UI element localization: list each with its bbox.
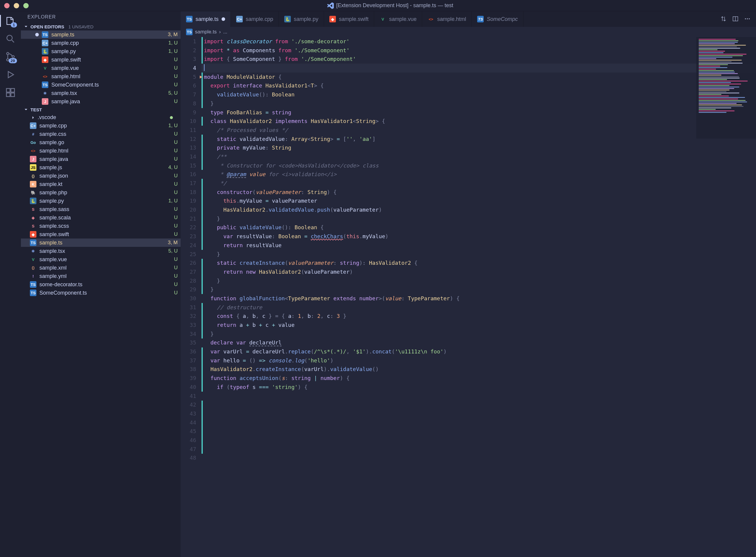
file-item[interactable]: C+sample.cpp1, U [21, 121, 181, 130]
activity-run-debug[interactable] [5, 69, 16, 80]
activity-source-control[interactable]: 29 [5, 51, 16, 62]
breadcrumb[interactable]: TS sample.ts › ... [181, 27, 756, 37]
line-numbers: 1234567891011121314151617181920212223242… [181, 37, 202, 557]
ts-icon: TS [42, 82, 48, 88]
file-name: sample.cpp [51, 40, 166, 46]
file-item[interactable]: JSsample.js4, U [21, 163, 181, 172]
java-icon: J [30, 156, 36, 163]
window-close-button[interactable] [4, 3, 9, 8]
activity-explorer[interactable]: 1 [5, 16, 16, 26]
file-item[interactable]: ⟨⟩sample.xmlU [21, 264, 181, 272]
file-item[interactable]: {}sample.jsonU [21, 172, 181, 180]
open-editor-item[interactable]: ◆sample.swiftU [21, 56, 181, 64]
git-status: 1, U [168, 40, 178, 46]
py-icon: 🐍 [284, 16, 291, 22]
tab-label: sample.swift [339, 16, 369, 22]
tab[interactable]: 🐍sample.py [279, 11, 324, 27]
file-item[interactable]: <>sample.htmlU [21, 147, 181, 155]
file-name: sample.vue [51, 65, 171, 71]
file-item[interactable]: #sample.cssU [21, 130, 181, 138]
file-item[interactable]: 🐍sample.py1, U [21, 197, 181, 205]
file-item[interactable]: Jsample.javaU [21, 155, 181, 163]
open-editor-item[interactable]: Vsample.vueU [21, 64, 181, 72]
py-icon: 🐍 [42, 48, 48, 55]
file-item[interactable]: TSsome-decorator.tsU [21, 280, 181, 289]
git-status: U [174, 206, 178, 212]
open-editor-item[interactable]: Jsample.javaU [21, 97, 181, 106]
git-status: U [174, 181, 178, 187]
window-minimize-button[interactable] [14, 3, 19, 8]
more-actions-icon[interactable] [744, 16, 751, 23]
file-name: sample.kt [39, 181, 171, 187]
chevron-right-icon [30, 115, 36, 120]
svg-rect-7 [11, 89, 14, 92]
tab-label: sample.ts [196, 16, 219, 22]
file-item[interactable]: Ksample.ktU [21, 180, 181, 188]
open-editor-item[interactable]: C+sample.cpp1, U [21, 39, 181, 47]
git-status: U [174, 231, 178, 237]
activity-search[interactable] [5, 33, 16, 44]
split-editor-icon[interactable] [732, 16, 739, 23]
tab-label: sample.cpp [246, 16, 273, 22]
file-item[interactable]: TSSomeComponent.tsU [21, 289, 181, 297]
chevron-right-icon: › [219, 29, 221, 35]
cpp-icon: C+ [30, 122, 36, 129]
file-item[interactable]: Gosample.goU [21, 138, 181, 147]
open-editor-item[interactable]: 🐍sample.py1, U [21, 47, 181, 56]
editor-body[interactable]: 1234567891011121314151617181920212223242… [181, 37, 756, 557]
file-name: SomeComponent.ts [51, 82, 171, 88]
git-status: 4, U [168, 165, 178, 171]
tab[interactable]: ◆sample.swift [324, 11, 374, 27]
tab[interactable]: <>sample.html [422, 11, 472, 27]
tab[interactable]: C+sample.cpp [231, 11, 279, 27]
file-item[interactable]: Vsample.vueU [21, 255, 181, 264]
window-maximize-button[interactable] [23, 3, 29, 8]
compare-changes-icon[interactable] [720, 16, 727, 23]
minimap[interactable] [696, 37, 756, 139]
svg-point-0 [7, 35, 12, 40]
file-name: sample.css [39, 131, 171, 137]
vscode-logo-icon [327, 2, 334, 9]
tab[interactable]: Vsample.vue [374, 11, 422, 27]
file-item[interactable]: ◈sample.scalaU [21, 213, 181, 222]
file-name: sample.py [39, 198, 166, 204]
file-item[interactable]: ⚛sample.tsx5, U [21, 247, 181, 255]
git-status: U [174, 273, 178, 279]
file-name: SomeComponent.ts [39, 290, 171, 296]
java-icon: J [42, 98, 48, 105]
git-status: U [174, 82, 178, 88]
git-status: 1, U [168, 123, 178, 129]
activity-extensions[interactable] [5, 87, 16, 98]
file-name: sample.html [39, 148, 171, 154]
code-content[interactable]: import classDecorator from './some-decor… [202, 37, 756, 557]
svg-point-9 [745, 18, 746, 20]
file-name: sample.swift [39, 231, 171, 238]
project-section[interactable]: TEST [21, 106, 181, 113]
git-status: U [174, 256, 178, 262]
file-item[interactable]: ◆sample.swiftU [21, 230, 181, 238]
file-item[interactable]: Ssample.sassU [21, 205, 181, 213]
sidebar-title: EXPLORER [21, 11, 181, 23]
open-editors-section[interactable]: OPEN EDITORS 1 UNSAVED [21, 23, 181, 30]
sass-icon: S [30, 206, 36, 212]
file-item[interactable]: TSsample.ts3, M [21, 238, 181, 247]
open-editor-item[interactable]: TSSomeComponent.tsU [21, 81, 181, 89]
open-editor-item[interactable]: TSsample.ts3, M [21, 30, 181, 39]
file-item[interactable]: 🐘sample.phpU [21, 188, 181, 197]
git-status: 1, U [168, 48, 178, 54]
file-item[interactable]: !sample.ymlU [21, 272, 181, 280]
sidebar: EXPLORER OPEN EDITORS 1 UNSAVED TSsample… [21, 11, 181, 557]
xml-icon: ⟨⟩ [30, 264, 36, 271]
ts-icon: TS [186, 29, 193, 35]
git-status: U [174, 74, 178, 79]
tab-label: sample.py [294, 16, 318, 22]
tab[interactable]: TSsample.ts [181, 11, 231, 27]
file-item[interactable]: Ssample.scssU [21, 222, 181, 230]
file-name: sample.java [51, 98, 171, 105]
folder-vscode[interactable]: .vscode [21, 113, 181, 121]
tab[interactable]: TSSomeCompc [472, 11, 523, 27]
open-editor-item[interactable]: <>sample.htmlU [21, 72, 181, 81]
open-editor-item[interactable]: ⚛sample.tsx5, U [21, 89, 181, 97]
git-status: U [174, 156, 178, 162]
file-name: some-decorator.ts [39, 282, 171, 288]
